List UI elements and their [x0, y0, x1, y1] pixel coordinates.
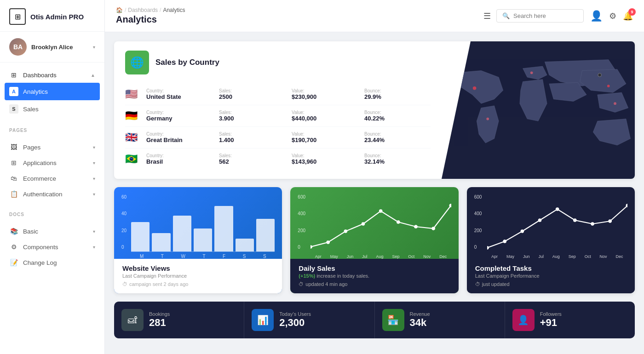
chevron-down-icon: ▾ [93, 245, 95, 250]
sidebar-item-sales[interactable]: S Sales [0, 100, 104, 118]
chart-subtitle: Last Campaign Performance [475, 273, 627, 279]
sidebar-item-label: Pages [23, 144, 88, 151]
country-table: 🇺🇸 Country: United State Sales: 2500 Val… [125, 84, 431, 170]
stat-value: 2,300 [279, 317, 367, 329]
sidebar-item-label: Authentication [23, 191, 88, 198]
line-chart-area-green: 600 400 200 0 AprMayJunJulAugSepOctNovDe… [290, 187, 458, 259]
search-box[interactable]: 🔍 [496, 9, 584, 23]
flag-gb: 🇬🇧 [125, 131, 140, 143]
grid-icon: ⊞ [9, 71, 18, 79]
sidebar-item-components[interactable]: ⚙ Components ▾ [0, 239, 104, 255]
chart-time: ⏱ updated 4 min ago [299, 281, 450, 287]
completed-tasks-card: 600 400 200 0 AprMayJunJulAugSepOctNovDe… [467, 187, 635, 293]
chevron-up-icon: ▲ [91, 73, 95, 78]
sidebar-logo: ⊞ Otis Admin PRO [0, 0, 104, 32]
svg-point-21 [591, 223, 594, 226]
sidebar-item-basic[interactable]: 📚 Basic ▾ [0, 223, 104, 239]
sidebar-item-label: Components [23, 244, 88, 251]
svg-point-19 [556, 208, 559, 211]
notifications-button[interactable]: 🔔 9 [623, 11, 633, 21]
avatar: BA [9, 38, 27, 56]
bar-chart-area: 60 40 20 0 M T W T [114, 187, 282, 259]
svg-point-10 [380, 210, 383, 213]
stats-row: 🛋 Bookings 281 📊 Today's Users 2,300 🏪 R… [114, 302, 635, 338]
stat-bookings-info: Bookings 281 [149, 311, 236, 329]
chart-time: ⏱ just updated [475, 281, 627, 287]
search-input[interactable] [513, 12, 578, 19]
breadcrumb-current: Analytics [163, 7, 185, 13]
svg-point-4 [607, 85, 610, 87]
line-chart-area-dark: 600 400 200 0 AprMayJunJulAugSepOctNovDe… [467, 187, 635, 259]
hamburger-button[interactable]: ☰ [483, 11, 491, 21]
table-row: 🇺🇸 Country: United State Sales: 2500 Val… [125, 84, 431, 105]
breadcrumb-dashboards: Dashboards [128, 7, 158, 13]
stat-revenue-info: Revenue 34k [410, 311, 497, 329]
chevron-down-icon: ▾ [93, 229, 95, 234]
svg-point-3 [598, 73, 602, 77]
search-icon: 🔍 [502, 12, 510, 19]
gear-icon: ⚙ [9, 243, 18, 251]
website-views-footer: Website Views Last Campaign Performance … [114, 259, 282, 293]
table-row: 🇧🇷 Country: Brasil Sales: 562 Value: $14… [125, 148, 431, 170]
svg-point-18 [538, 219, 541, 222]
stat-value: +91 [540, 317, 627, 329]
sales-title: Sales by Country [155, 58, 219, 67]
svg-point-8 [344, 230, 347, 233]
stat-users-info: Today's Users 2,300 [279, 311, 367, 329]
nav-section-dashboards: ⊞ Dashboards ▲ A Analytics S Sales [0, 63, 104, 122]
header: 🏠 / Dashboards / Analytics Analytics ☰ 🔍… [105, 0, 644, 32]
notification-badge: 9 [628, 8, 636, 16]
sidebar-item-analytics[interactable]: A Analytics [5, 83, 100, 100]
stat-value: 34k [410, 317, 497, 329]
sales-header: 🌐 Sales by Country [125, 51, 431, 74]
stat-today-users: 📊 Today's Users 2,300 [244, 302, 374, 338]
sidebar: ⊞ Otis Admin PRO BA Brooklyn Alice ▾ ⊞ D… [0, 0, 105, 354]
flag-brazil: 🇧🇷 [125, 153, 140, 165]
chevron-down-icon: ▾ [93, 145, 95, 150]
stat-followers-info: Followers +91 [540, 311, 627, 329]
sidebar-item-ecommerce[interactable]: 🛍 Ecommerce ▾ [0, 171, 104, 186]
svg-point-1 [486, 118, 489, 120]
followers-icon-box: 👤 [512, 309, 535, 331]
sidebar-item-applications[interactable]: ⊞ Applications ▾ [0, 155, 104, 171]
sidebar-item-label: Sales [23, 106, 95, 113]
svg-point-11 [397, 221, 400, 224]
stat-revenue: 🏪 Revenue 34k [375, 302, 505, 338]
sidebar-user[interactable]: BA Brooklyn Alice ▾ [0, 32, 104, 63]
docs-section-label: DOCS [0, 206, 104, 219]
sidebar-item-label: Dashboards [23, 72, 86, 79]
chart-subtitle: Last Campaign Performance [122, 273, 274, 279]
chevron-down-icon: ▾ [93, 192, 95, 197]
apps-icon: ⊞ [9, 159, 18, 166]
header-left: 🏠 / Dashboards / Analytics Analytics [116, 7, 478, 25]
svg-point-6 [310, 246, 312, 249]
country-info-usa: Country: United State [146, 88, 213, 100]
table-row: 🇬🇧 Country: Great Britain Sales: 1.400 V… [125, 127, 431, 148]
svg-point-12 [414, 225, 418, 228]
sidebar-item-label: Applications [23, 160, 88, 166]
nav-section-pages: 🖼 Pages ▾ ⊞ Applications ▾ 🛍 Ecommerce ▾… [0, 135, 104, 206]
header-right: 🔍 👤 ⚙ 🔔 9 [496, 9, 633, 23]
svg-point-0 [473, 86, 477, 90]
sales-by-country-card: 🌐 Sales by Country 🇺🇸 Country: United St… [114, 41, 635, 179]
users-icon-box: 📊 [252, 309, 274, 331]
doc-icon: 📝 [9, 259, 18, 266]
user-name: Brooklyn Alice [31, 44, 88, 51]
svg-point-17 [521, 230, 524, 233]
image-icon: 🖼 [9, 143, 18, 151]
svg-point-5 [614, 102, 616, 105]
bookings-icon-box: 🛋 [121, 309, 144, 331]
sidebar-item-changelog[interactable]: 📝 Change Log [0, 255, 104, 270]
svg-point-20 [573, 219, 576, 222]
globe-icon: 🌐 [125, 51, 149, 74]
sidebar-item-dashboards[interactable]: ⊞ Dashboards ▲ [0, 67, 104, 83]
table-row: 🇩🇪 Country: Germany Sales: 3.900 Value: … [125, 105, 431, 127]
sales-left: 🌐 Sales by Country 🇺🇸 Country: United St… [114, 41, 442, 179]
sidebar-item-pages[interactable]: 🖼 Pages ▾ [0, 139, 104, 155]
svg-point-2 [530, 72, 533, 74]
settings-button[interactable]: ⚙ [609, 11, 616, 21]
revenue-icon-box: 🏪 [382, 309, 404, 331]
profile-button[interactable]: 👤 [590, 10, 603, 22]
sidebar-item-label: Change Log [23, 259, 95, 266]
sidebar-item-authentication[interactable]: 📋 Authentication ▾ [0, 186, 104, 202]
